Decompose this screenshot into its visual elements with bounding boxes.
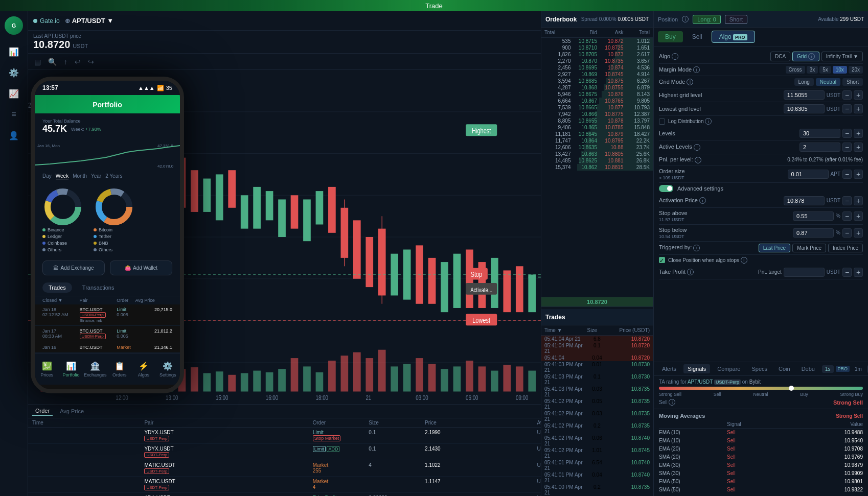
trades-tab[interactable]: Trades — [42, 282, 72, 293]
tp-inc[interactable]: + — [854, 268, 863, 277]
tp-info-icon[interactable]: i — [687, 269, 694, 275]
cross-btn[interactable]: Cross — [786, 66, 805, 74]
transactions-tab[interactable]: Transactions — [76, 282, 121, 293]
activation-info-icon[interactable]: i — [699, 197, 706, 204]
orders-nav[interactable]: 📋 Orders — [107, 361, 131, 377]
compare-tab[interactable]: Compare — [713, 364, 744, 373]
grid-btn[interactable]: Grid i — [792, 52, 819, 61]
sell-tab[interactable]: Sell — [685, 31, 710, 42]
algo-tab[interactable]: Algo PRO — [712, 31, 755, 43]
neutral-mode-btn[interactable]: Neutral — [816, 78, 840, 86]
stop-above-dec[interactable]: − — [842, 211, 852, 221]
mark-price-btn[interactable]: Mark Price — [792, 244, 826, 252]
chart-share-btn[interactable]: ↑ — [62, 57, 70, 67]
levels-inc[interactable]: + — [854, 129, 863, 138]
lowest-grid-inc[interactable]: + — [854, 104, 863, 113]
active-levels-input[interactable] — [800, 143, 840, 152]
highest-grid-input[interactable] — [784, 90, 825, 100]
10x-btn[interactable]: 10x — [833, 66, 847, 74]
day-tab[interactable]: Day — [42, 173, 52, 179]
sidebar-icon-settings[interactable]: ⚙️ — [5, 63, 23, 82]
5x-btn[interactable]: 5x — [819, 66, 831, 74]
highest-grid-dec[interactable]: − — [842, 90, 852, 100]
chart-undo-btn[interactable]: ↩ — [73, 57, 83, 67]
short-button[interactable]: Short — [725, 15, 747, 24]
settings-nav[interactable]: ⚙️ Settings — [156, 361, 180, 377]
position-info-icon[interactable]: i — [682, 16, 689, 22]
chart-redo-btn[interactable]: ↪ — [86, 57, 96, 67]
tp-dec[interactable]: − — [842, 268, 852, 277]
lowest-grid-dec[interactable]: − — [842, 104, 852, 113]
pair-selector[interactable]: ⊕ APT/USDT ▼ — [65, 17, 113, 25]
sell-info-icon[interactable]: i — [669, 399, 675, 406]
infinity-trail-btn[interactable]: Infinity Trail ▼ — [821, 52, 863, 61]
20x-btn[interactable]: 20x — [849, 66, 863, 74]
order-size-input[interactable] — [788, 170, 829, 179]
coin-tab[interactable]: Coin — [774, 364, 794, 373]
highest-grid-input-group: USDT − + — [784, 90, 863, 100]
chart-type-btn[interactable]: ▤ — [32, 57, 43, 67]
sidebar-icon-signal[interactable]: 📈 — [5, 84, 23, 103]
activelevels-info-icon[interactable]: i — [694, 144, 700, 151]
close-pos-info-icon[interactable]: i — [741, 257, 747, 264]
sidebar-icon-user[interactable]: 👤 — [5, 126, 23, 145]
stop-below-inc[interactable]: + — [854, 228, 863, 238]
month-tab[interactable]: Month — [73, 173, 87, 179]
log-distribution-checkbox[interactable] — [659, 119, 665, 125]
prices-nav[interactable]: 💹 Prices — [35, 361, 59, 377]
stop-above-inc[interactable]: + — [854, 211, 863, 221]
triggered-info-icon[interactable]: i — [693, 245, 700, 251]
margin-info-icon[interactable]: i — [693, 66, 700, 73]
sidebar-icon-chart[interactable]: 📊 — [5, 42, 23, 61]
algos-nav[interactable]: ⚡ Algos — [131, 361, 155, 377]
short-mode-btn[interactable]: Short — [842, 78, 863, 86]
chart-zoom-btn[interactable]: 🔍 — [46, 57, 59, 67]
year-tab[interactable]: Year — [91, 173, 101, 179]
logdist-info-icon[interactable]: i — [705, 118, 712, 125]
grid-info-icon[interactable]: i — [808, 53, 815, 60]
highest-grid-inc[interactable]: + — [854, 90, 863, 100]
index-price-btn[interactable]: Index Price — [828, 244, 863, 252]
2years-tab[interactable]: 2 Years — [105, 173, 122, 179]
dca-btn[interactable]: DCA — [770, 52, 790, 61]
levels-dec[interactable]: − — [842, 129, 852, 138]
stop-above-input[interactable] — [793, 211, 834, 221]
last-price-btn[interactable]: Last Price — [759, 244, 790, 252]
long-mode-btn[interactable]: Long — [794, 78, 814, 86]
buy-tab[interactable]: Buy — [658, 31, 683, 42]
lowest-grid-input[interactable] — [784, 104, 825, 113]
signals-tab[interactable]: Signals — [683, 364, 710, 373]
portfolio-nav[interactable]: 📊 Portfolio — [59, 361, 83, 377]
exchanges-nav[interactable]: 🏦 Exchanges — [83, 361, 107, 377]
col-pair: Pair — [144, 420, 312, 426]
order-size-inc[interactable]: + — [854, 170, 863, 179]
pnl-info-icon[interactable]: i — [695, 157, 701, 163]
take-profit-input[interactable] — [784, 268, 825, 277]
long-button[interactable]: Long: 0 — [693, 15, 721, 24]
levels-input[interactable] — [800, 129, 840, 138]
order-size-dec[interactable]: − — [842, 170, 852, 179]
advanced-settings-toggle[interactable] — [659, 185, 673, 192]
activation-inc[interactable]: + — [854, 196, 863, 205]
orders-tab-order[interactable]: Order — [32, 407, 53, 416]
week-tab[interactable]: Week — [56, 173, 68, 179]
1m-tf[interactable]: 1m — [852, 365, 865, 373]
1s-tf[interactable]: 1s — [822, 365, 834, 373]
activation-dec[interactable]: − — [842, 196, 852, 205]
specs-tab[interactable]: Specs — [747, 364, 771, 373]
stop-below-dec[interactable]: − — [842, 228, 852, 238]
close-position-checkbox[interactable]: ✓ — [659, 257, 665, 263]
orders-tab-avg-price[interactable]: Avg Price — [57, 407, 87, 415]
active-levels-dec[interactable]: − — [842, 143, 852, 152]
activation-price-input[interactable] — [784, 196, 825, 205]
gridmode-info-icon[interactable]: i — [687, 79, 693, 85]
algo-info-icon[interactable]: i — [672, 53, 678, 60]
3x-btn[interactable]: 3x — [807, 66, 818, 74]
debug-tab[interactable]: Debu — [797, 364, 819, 373]
stop-below-input[interactable] — [793, 228, 834, 238]
alerts-tab[interactable]: Alerts — [658, 364, 680, 373]
active-levels-inc[interactable]: + — [854, 143, 863, 152]
sidebar-icon-filter[interactable]: ≡ — [5, 105, 23, 124]
add-exchange-button[interactable]: 🏛 Add Exchange — [42, 261, 105, 275]
add-wallet-button[interactable]: 👛 Add Wallet — [110, 261, 172, 275]
